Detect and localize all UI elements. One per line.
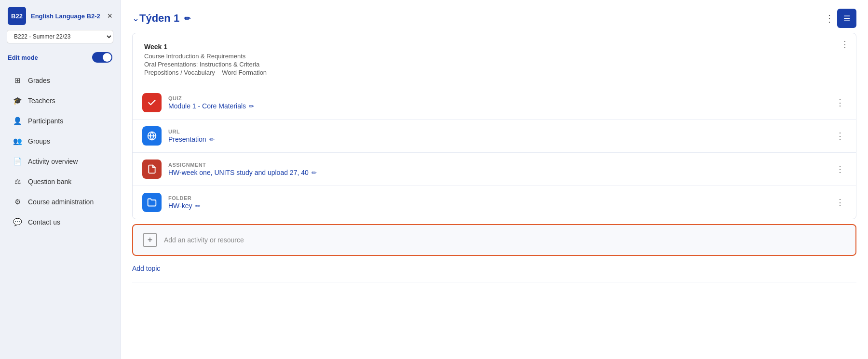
quiz-link[interactable]: Module 1 - Core Materials ✏ bbox=[168, 102, 827, 110]
groups-icon: 👥 bbox=[13, 136, 22, 146]
add-topic-link[interactable]: Add topic bbox=[132, 265, 160, 272]
teachers-icon: 🎓 bbox=[13, 96, 22, 106]
quiz-info: QUIZ Module 1 - Core Materials ✏ bbox=[168, 95, 827, 110]
edit-mode-label: Edit mode bbox=[8, 54, 38, 61]
assignment-icon-box bbox=[142, 160, 162, 179]
section-card: ⋮ Week 1 Course Introduction & Requireme… bbox=[132, 33, 856, 219]
sidebar-item-teachers[interactable]: 🎓 Teachers bbox=[4, 91, 116, 110]
edit-mode-toggle[interactable] bbox=[92, 52, 112, 63]
url-info: URL Presentation ✏ bbox=[168, 129, 827, 143]
quiz-type-label: QUIZ bbox=[168, 95, 827, 101]
activity-overview-label: Activity overview bbox=[28, 158, 78, 165]
grades-icon: ⊞ bbox=[13, 76, 22, 85]
assignment-info: ASSIGNMENT HW-week one, UNITS study and … bbox=[168, 162, 827, 176]
quiz-icon-box bbox=[142, 93, 162, 112]
list-view-button[interactable]: ☰ bbox=[837, 9, 856, 28]
participants-icon: 👤 bbox=[13, 116, 22, 126]
contact-us-label: Contact us bbox=[28, 218, 60, 226]
info-block-menu-icon[interactable]: ⋮ bbox=[841, 39, 849, 50]
assignment-type-label: ASSIGNMENT bbox=[168, 162, 827, 168]
assignment-row-menu-icon[interactable]: ⋮ bbox=[834, 162, 846, 176]
week-title-edit-icon[interactable]: ✏ bbox=[184, 14, 190, 23]
top-context-menu-icon[interactable]: ⋮ bbox=[822, 11, 837, 26]
folder-info: FOLDER HW-key ✏ bbox=[168, 195, 827, 210]
activity-row-assignment: ASSIGNMENT HW-week one, UNITS study and … bbox=[133, 152, 856, 186]
activity-row-url: URL Presentation ✏ ⋮ bbox=[133, 119, 856, 152]
quiz-edit-icon[interactable]: ✏ bbox=[249, 103, 254, 110]
sidebar-item-grades[interactable]: ⊞ Grades bbox=[4, 71, 116, 90]
url-icon-box bbox=[142, 126, 162, 146]
assignment-link[interactable]: HW-week one, UNITS study and upload 27, … bbox=[168, 169, 827, 176]
activity-row-quiz: QUIZ Module 1 - Core Materials ✏ ⋮ bbox=[133, 86, 856, 119]
groups-label: Groups bbox=[28, 137, 50, 145]
activity-row-folder: FOLDER HW-key ✏ ⋮ bbox=[133, 186, 856, 219]
course-badge: B22 bbox=[8, 7, 26, 25]
week-title: Týden 1 ✏ bbox=[139, 12, 190, 25]
question-bank-icon: ⚖ bbox=[13, 177, 22, 186]
url-edit-icon[interactable]: ✏ bbox=[209, 136, 215, 143]
add-activity-label: Add an activity or resource bbox=[164, 236, 244, 244]
question-bank-label: Question bank bbox=[28, 178, 71, 186]
main-content: ⌄ Týden 1 ✏ ⋮ ☰ ⋮ Week 1 Course Introduc… bbox=[121, 0, 868, 359]
folder-icon-box bbox=[142, 193, 162, 212]
grades-label: Grades bbox=[28, 77, 50, 84]
sidebar-item-activity-overview[interactable]: 📄 Activity overview bbox=[4, 152, 116, 171]
course-admin-icon: ⚙ bbox=[13, 197, 22, 207]
folder-edit-icon[interactable]: ✏ bbox=[195, 202, 201, 210]
folder-type-label: FOLDER bbox=[168, 195, 827, 201]
sidebar-item-question-bank[interactable]: ⚖ Question bank bbox=[4, 172, 116, 191]
folder-row-menu-icon[interactable]: ⋮ bbox=[834, 195, 846, 210]
section-divider bbox=[132, 282, 856, 282]
info-line-1: Course Introduction & Requirements bbox=[144, 53, 844, 60]
teachers-label: Teachers bbox=[28, 97, 55, 105]
info-line-2: Oral Presentations: Instructions & Crite… bbox=[144, 61, 844, 68]
week-label: Week 1 bbox=[144, 43, 844, 51]
sidebar-item-participants[interactable]: 👤 Participants bbox=[4, 111, 116, 131]
add-activity-box[interactable]: + Add an activity or resource bbox=[132, 224, 856, 256]
course-title: English Language B2-2 bbox=[31, 13, 100, 20]
info-line-3: Prepositions / Vocabulary – Word Formati… bbox=[144, 69, 844, 76]
edit-mode-row: Edit mode bbox=[0, 49, 120, 68]
url-type-label: URL bbox=[168, 129, 827, 134]
sidebar-item-course-administration[interactable]: ⚙ Course administration bbox=[4, 192, 116, 212]
sidebar-item-groups[interactable]: 👥 Groups bbox=[4, 132, 116, 151]
activity-overview-icon: 📄 bbox=[13, 157, 22, 166]
chevron-down-icon[interactable]: ⌄ bbox=[132, 13, 139, 24]
quiz-row-menu-icon[interactable]: ⋮ bbox=[834, 95, 846, 110]
info-block: ⋮ Week 1 Course Introduction & Requireme… bbox=[133, 33, 856, 86]
sidebar-nav: ⊞ Grades 🎓 Teachers 👤 Participants 👥 Gro… bbox=[0, 68, 120, 359]
url-link[interactable]: Presentation ✏ bbox=[168, 135, 827, 143]
sidebar-item-contact-us[interactable]: 💬 Contact us bbox=[4, 213, 116, 232]
participants-label: Participants bbox=[28, 117, 63, 125]
url-row-menu-icon[interactable]: ⋮ bbox=[834, 129, 846, 143]
semester-select[interactable]: B222 - Summer 22/23 B222 - Fall 22/23 bbox=[7, 30, 113, 43]
sidebar: B22 English Language B2-2 × B222 - Summe… bbox=[0, 0, 121, 359]
course-admin-label: Course administration bbox=[28, 198, 94, 206]
folder-link[interactable]: HW-key ✏ bbox=[168, 202, 827, 210]
contact-us-icon: 💬 bbox=[13, 217, 22, 227]
sidebar-header: B22 English Language B2-2 × bbox=[0, 0, 120, 30]
close-icon[interactable]: × bbox=[107, 12, 112, 20]
add-activity-plus-icon: + bbox=[143, 233, 157, 247]
top-bar: ⌄ Týden 1 ✏ ⋮ ☰ bbox=[121, 0, 868, 33]
assignment-edit-icon[interactable]: ✏ bbox=[312, 169, 317, 176]
list-icon: ☰ bbox=[843, 14, 850, 23]
